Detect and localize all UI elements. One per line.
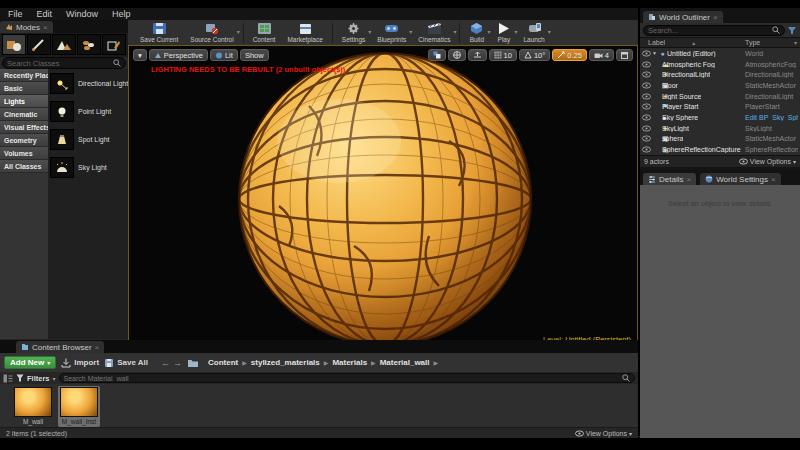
column-label[interactable]: Label	[648, 39, 665, 46]
breadcrumb-materials[interactable]: Materials	[332, 358, 367, 367]
rotation-snap-button[interactable]: 10°	[519, 49, 550, 61]
viewport-options-button[interactable]: ▾	[133, 49, 147, 61]
play-button[interactable]: Play ▾	[490, 20, 517, 45]
item-directional-light[interactable]: Directional Light	[50, 73, 139, 94]
lit-mode-button[interactable]: Lit	[210, 49, 238, 61]
outliner-view-options-button[interactable]: View Options ▾	[739, 158, 796, 165]
outliner-row-atmospheric-fog[interactable]: ☁ Atmospheric Fog AtmosphericFog	[640, 59, 800, 70]
visibility-eye-icon[interactable]	[642, 82, 652, 89]
mode-landscape-button[interactable]	[52, 34, 76, 55]
source-control-button[interactable]: Source Control ▾	[184, 20, 239, 45]
close-icon[interactable]: ×	[95, 343, 100, 352]
mode-geometry-button[interactable]	[102, 34, 126, 55]
tab-modes[interactable]: Modes ×	[0, 21, 53, 33]
tab-world-outliner[interactable]: World Outliner ×	[643, 11, 723, 23]
column-type[interactable]: Type	[745, 39, 760, 46]
outliner-row-floor[interactable]: ▣ Floor StaticMeshActor	[640, 80, 800, 91]
breadcrumb-material-wall[interactable]: Material_wall	[380, 358, 430, 367]
item-spot-light[interactable]: Spot Light	[50, 129, 139, 150]
menu-help[interactable]: Help	[112, 9, 131, 19]
edit-blueprint-link[interactable]: Edit BP_Sky_Sph	[745, 114, 798, 121]
close-icon[interactable]: ×	[43, 23, 48, 32]
outliner-search-input[interactable]	[648, 26, 772, 35]
category-recently-placed[interactable]: Recently Placed	[0, 69, 48, 82]
category-all-classes[interactable]: All Classes	[0, 160, 48, 173]
mode-paint-button[interactable]	[27, 34, 51, 55]
outliner-row-directionallight[interactable]: ☀ DirectionalLight DirectionalLight	[640, 69, 800, 80]
classes-search-input[interactable]	[7, 59, 113, 68]
category-visual-effects[interactable]: Visual Effects	[0, 121, 48, 134]
tab-content-browser[interactable]: Content Browser ×	[16, 341, 104, 353]
visibility-eye-icon[interactable]	[642, 50, 652, 57]
asset-m-wall-inst[interactable]: M_wall_Inst	[58, 386, 100, 427]
outliner-row-player-start[interactable]: ⚑ Player Start PlayerStart	[640, 101, 800, 112]
cb-view-options-button[interactable]: View Options ▾	[575, 430, 632, 437]
settings-button[interactable]: Settings ▾	[336, 20, 372, 45]
level-viewport[interactable]: ▾ Perspective Lit Show	[128, 45, 638, 348]
menu-window[interactable]: Window	[66, 9, 98, 19]
menu-edit[interactable]: Edit	[37, 9, 53, 19]
import-button[interactable]: Import	[61, 358, 99, 368]
launch-button[interactable]: Launch ▾	[517, 20, 550, 45]
category-cinematic[interactable]: Cinematic	[0, 108, 48, 121]
visibility-eye-icon[interactable]	[642, 146, 652, 153]
category-lights[interactable]: Lights	[0, 95, 48, 108]
chevron-down-icon[interactable]: ▾	[453, 28, 456, 35]
outliner-row-sky-sphere[interactable]: ● Sky Sphere Edit BP_Sky_Sph	[640, 112, 800, 123]
asset-search-input[interactable]	[64, 375, 622, 382]
asset-m-wall[interactable]: M_wall	[12, 386, 54, 427]
back-arrow-icon[interactable]: ←	[161, 358, 170, 368]
world-snap-button[interactable]	[448, 49, 466, 61]
breadcrumb-stylized-materials[interactable]: stylized_materials	[251, 358, 320, 367]
filters-button[interactable]: Filters	[27, 374, 50, 383]
mode-foliage-button[interactable]	[77, 34, 101, 55]
chevron-down-icon[interactable]: ▾	[53, 375, 56, 382]
marketplace-button[interactable]: Marketplace	[281, 20, 328, 45]
close-icon[interactable]: ×	[771, 175, 776, 184]
visibility-eye-icon[interactable]	[642, 114, 652, 121]
cinematics-button[interactable]: Cinematics ▾	[412, 20, 456, 45]
visibility-eye-icon[interactable]	[642, 93, 652, 100]
close-icon[interactable]: ×	[713, 13, 718, 22]
save-all-button[interactable]: Save All	[104, 358, 148, 368]
outliner-row-light-source[interactable]: ☀ Light Source DirectionalLight	[640, 91, 800, 102]
camera-speed-button[interactable]: 4	[589, 49, 614, 61]
chevron-down-icon[interactable]: ▾	[548, 28, 551, 35]
grid-snap-button[interactable]: 10	[489, 49, 517, 61]
forward-arrow-icon[interactable]: →	[173, 358, 182, 368]
chevron-down-icon[interactable]: ▾	[237, 28, 240, 35]
surface-snap-button[interactable]	[468, 49, 487, 61]
close-icon[interactable]: ×	[686, 175, 691, 184]
sources-panel-icon[interactable]	[3, 374, 13, 383]
visibility-eye-icon[interactable]	[642, 125, 652, 132]
outliner-row-sphera[interactable]: ▣ sphera StaticMeshActor	[640, 134, 800, 145]
item-point-light[interactable]: Point Light	[50, 101, 139, 122]
add-new-button[interactable]: Add New ▾	[4, 356, 56, 369]
category-geometry[interactable]: Geometry	[0, 134, 48, 147]
visibility-eye-icon[interactable]	[642, 61, 652, 68]
screen-percentage-button[interactable]	[428, 49, 446, 61]
content-button[interactable]: Content	[247, 20, 282, 45]
chevron-down-icon[interactable]: ▾	[794, 39, 797, 46]
breadcrumb-content[interactable]: Content	[208, 358, 238, 367]
category-basic[interactable]: Basic	[0, 82, 48, 95]
outliner-row-world[interactable]: ▼ ● Untitled (Editor) World	[640, 48, 800, 59]
menu-file[interactable]: File	[8, 9, 23, 19]
perspective-button[interactable]: Perspective	[149, 49, 208, 61]
save-current-button[interactable]: Save Current	[134, 20, 184, 45]
outliner-row-skylight[interactable]: ✦ SkyLight SkyLight	[640, 123, 800, 134]
visibility-eye-icon[interactable]	[642, 103, 652, 110]
visibility-eye-icon[interactable]	[642, 135, 652, 142]
maximize-viewport-button[interactable]	[616, 49, 633, 61]
tab-world-settings[interactable]: World Settings ×	[700, 173, 781, 185]
scale-snap-button[interactable]: 0.25	[552, 49, 587, 61]
mode-place-button[interactable]	[2, 34, 26, 55]
build-button[interactable]: Build ▾	[463, 20, 490, 45]
breadcrumb-expand-icon[interactable]: ▶	[434, 359, 439, 366]
outliner-filter-icon[interactable]	[787, 26, 797, 35]
tab-details[interactable]: Details ×	[643, 173, 696, 185]
show-button[interactable]: Show	[240, 49, 269, 61]
item-sky-light[interactable]: Sky Light	[50, 157, 139, 178]
outliner-row-sphere-reflection-capture[interactable]: ◉ SphereReflectionCapture SphereReflecti…	[640, 144, 800, 155]
category-volumes[interactable]: Volumes	[0, 147, 48, 160]
